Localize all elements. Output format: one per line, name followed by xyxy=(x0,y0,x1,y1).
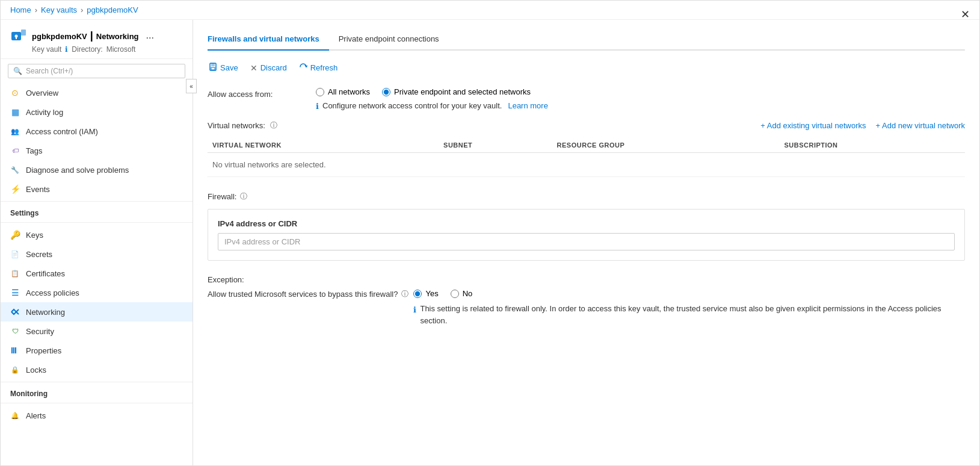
exception-left: Allow trusted Microsoft services to bypa… xyxy=(208,289,408,299)
sidebar-item-label: Diagnose and solve problems xyxy=(26,166,129,175)
all-networks-label: All networks xyxy=(328,87,370,96)
sidebar-item-activity-log[interactable]: ▦ Activity log xyxy=(1,102,193,122)
sidebar-item-label: Secrets xyxy=(26,250,52,259)
keyvault-icon xyxy=(10,27,27,44)
learn-more-link[interactable]: Learn more xyxy=(508,101,547,110)
nav-list: ⊙ Overview ▦ Activity log 👥 Access contr… xyxy=(1,83,193,465)
locks-icon: 🔒 xyxy=(10,365,20,374)
sidebar-item-diagnose[interactable]: 🔧 Diagnose and solve problems xyxy=(1,160,193,179)
sidebar-item-overview[interactable]: ⊙ Overview xyxy=(1,83,193,102)
vnet-info-icon: ⓘ xyxy=(270,120,277,131)
settings-divider xyxy=(1,222,193,223)
secrets-icon: 📄 xyxy=(10,249,20,259)
sidebar-item-security[interactable]: 🛡 Security xyxy=(1,322,193,341)
tags-icon: 🏷 xyxy=(10,146,20,155)
sidebar-item-networking[interactable]: Networking xyxy=(1,302,193,322)
access-policies-icon: ☰ xyxy=(10,288,20,297)
sidebar-item-events[interactable]: ⚡ Events xyxy=(1,179,193,199)
exception-yes-label: Yes xyxy=(425,289,438,298)
info-icon: ℹ xyxy=(316,102,319,111)
sidebar-collapse-button[interactable]: « xyxy=(186,79,197,93)
sidebar-item-properties[interactable]: Properties xyxy=(1,341,193,360)
exception-yes-radio[interactable] xyxy=(413,290,422,298)
monitoring-divider xyxy=(1,403,193,403)
save-icon xyxy=(209,63,217,73)
breadcrumb-home[interactable]: Home xyxy=(10,5,31,14)
all-networks-radio[interactable] xyxy=(316,88,324,96)
exception-question-icon: ⓘ xyxy=(401,289,408,299)
sidebar-item-access-control[interactable]: 👥 Access control (IAM) xyxy=(1,122,193,141)
col-subnet: SUBNET xyxy=(439,138,552,153)
sidebar-item-label: Locks xyxy=(26,365,46,374)
exception-yes-option[interactable]: Yes xyxy=(413,289,438,298)
svg-rect-5 xyxy=(13,347,14,353)
sidebar-item-label: Keys xyxy=(26,231,43,240)
sidebar-item-alerts[interactable]: 🔔 Alerts xyxy=(1,406,193,425)
properties-icon xyxy=(10,346,20,355)
ipv4-box: IPv4 address or CIDR xyxy=(208,209,965,261)
networking-icon xyxy=(10,307,20,317)
sidebar-item-access-policies[interactable]: ☰ Access policies xyxy=(1,283,193,302)
allow-access-row: Allow access from: All networks Private … xyxy=(208,87,965,111)
firewall-info-icon: ⓘ xyxy=(240,191,247,202)
sidebar-item-label: Certificates xyxy=(26,269,65,278)
sidebar-item-tags[interactable]: 🏷 Tags xyxy=(1,141,193,160)
monitoring-section-header: Monitoring xyxy=(1,382,193,400)
sidebar-item-label: Access control (IAM) xyxy=(26,127,98,136)
ellipsis-button[interactable]: ... xyxy=(146,30,154,41)
sidebar-item-label: Security xyxy=(26,327,54,336)
firewall-label-row: Firewall: ⓘ xyxy=(208,191,965,202)
sidebar-item-label: Access policies xyxy=(26,288,79,297)
vnet-header-row: Virtual networks: ⓘ + Add existing virtu… xyxy=(208,120,965,131)
save-button[interactable]: Save xyxy=(208,60,239,75)
ipv4-title: IPv4 address or CIDR xyxy=(218,219,955,228)
close-button[interactable]: ✕ xyxy=(961,8,970,21)
private-selected-option[interactable]: Private endpoint and selected networks xyxy=(382,87,531,96)
sidebar-item-label: Networking xyxy=(26,308,65,317)
add-new-vnet-link[interactable]: + Add new virtual network xyxy=(876,121,966,130)
discard-button[interactable]: ✕ Discard xyxy=(249,60,288,75)
add-existing-vnet-link[interactable]: + Add existing virtual networks xyxy=(760,121,866,130)
exception-info-text: ℹ This setting is related to firewall on… xyxy=(413,303,965,326)
diagnose-icon: 🔧 xyxy=(10,165,20,175)
search-input[interactable] xyxy=(26,67,180,75)
svg-rect-2 xyxy=(16,37,17,39)
sidebar-item-keys[interactable]: 🔑 Keys xyxy=(1,225,193,244)
resource-subtitle: Key vault ℹ Directory: Microsoft xyxy=(32,45,183,54)
sidebar-item-certificates[interactable]: 📋 Certificates xyxy=(1,264,193,283)
settings-section-header: Settings xyxy=(1,201,193,220)
vnet-table: VIRTUAL NETWORK SUBNET RESOURCE GROUP SU… xyxy=(208,138,965,177)
breadcrumb-resource[interactable]: pgbkpdemoKV xyxy=(87,5,138,14)
access-control-icon: 👥 xyxy=(10,126,20,136)
ipv4-input[interactable] xyxy=(218,233,955,250)
main-content: Firewalls and virtual networks Private e… xyxy=(193,20,979,465)
exception-no-option[interactable]: No xyxy=(451,289,473,298)
private-selected-radio[interactable] xyxy=(382,88,390,96)
refresh-icon xyxy=(299,63,307,73)
svg-rect-4 xyxy=(11,347,13,353)
resource-header: pgbkpdemoKV | Networking ... Key vault ℹ… xyxy=(1,20,193,59)
resource-name: pgbkpdemoKV | Networking xyxy=(32,30,139,42)
directory-info-icon: ℹ xyxy=(65,45,68,54)
empty-message: No virtual networks are selected. xyxy=(208,153,965,177)
tab-firewalls[interactable]: Firewalls and virtual networks xyxy=(208,30,329,51)
search-box: 🔍 xyxy=(1,59,193,83)
exception-radio-group: Yes No xyxy=(413,289,965,298)
exception-no-radio[interactable] xyxy=(451,290,459,298)
all-networks-option[interactable]: All networks xyxy=(316,87,370,96)
sidebar-item-secrets[interactable]: 📄 Secrets xyxy=(1,244,193,264)
sidebar-item-label: Overview xyxy=(26,89,58,98)
keys-icon: 🔑 xyxy=(10,230,20,240)
tab-bar: Firewalls and virtual networks Private e… xyxy=(208,30,965,51)
svg-rect-3 xyxy=(21,30,26,36)
col-virtual-network: VIRTUAL NETWORK xyxy=(208,138,439,153)
breadcrumb-keyvaults[interactable]: Key vaults xyxy=(41,5,77,14)
overview-icon: ⊙ xyxy=(10,88,20,98)
svg-point-1 xyxy=(15,35,18,38)
exception-info-icon: ℹ xyxy=(413,304,416,316)
refresh-button[interactable]: Refresh xyxy=(298,60,339,75)
sidebar-item-locks[interactable]: 🔒 Locks xyxy=(1,360,193,379)
sidebar-item-label: Alerts xyxy=(26,411,46,420)
tab-private-endpoints[interactable]: Private endpoint connections xyxy=(339,30,449,51)
svg-rect-9 xyxy=(211,67,215,70)
